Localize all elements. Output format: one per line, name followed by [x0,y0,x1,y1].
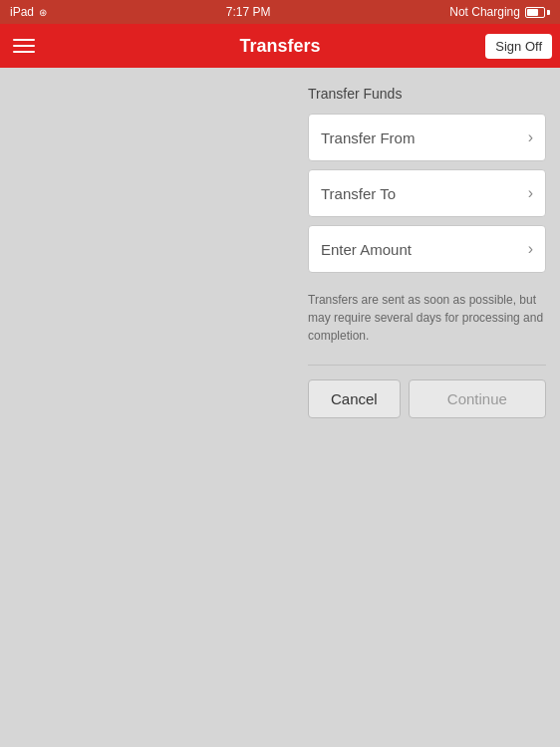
battery-body [525,7,545,18]
sidebar [0,68,294,747]
menu-line-3 [13,51,35,53]
battery-icon [525,7,550,18]
transfer-to-label: Transfer To [321,185,396,202]
cancel-button[interactable]: Cancel [308,379,401,418]
info-text: Transfers are sent as soon as possible, … [308,281,546,355]
status-bar: iPad ⊛ 7:17 PM Not Charging [0,0,560,24]
wifi-icon: ⊛ [39,7,47,18]
buttons-row: Cancel Continue [308,379,546,418]
transfer-from-label: Transfer From [321,129,415,146]
divider [308,365,546,366]
continue-button[interactable]: Continue [409,379,546,418]
content-area: Transfer Funds Transfer From › Transfer … [0,68,560,747]
enter-amount-chevron: › [528,240,533,258]
menu-line-1 [13,39,35,41]
device-label: iPad [10,5,34,19]
status-time: 7:17 PM [226,5,271,19]
enter-amount-row[interactable]: Enter Amount › [308,225,546,273]
status-right: Not Charging [449,5,550,19]
transfer-to-row[interactable]: Transfer To › [308,169,546,217]
right-panel: Transfer Funds Transfer From › Transfer … [294,68,560,747]
navbar: Transfers Sign Off [0,24,560,68]
status-left: iPad ⊛ [10,5,47,19]
page-title: Transfers [239,36,320,57]
menu-button[interactable] [8,34,40,58]
enter-amount-label: Enter Amount [321,241,412,258]
sign-off-button[interactable]: Sign Off [485,34,552,59]
section-title: Transfer Funds [308,86,546,102]
transfer-to-chevron: › [528,184,533,202]
menu-line-2 [13,45,35,47]
transfer-from-row[interactable]: Transfer From › [308,114,546,161]
transfer-from-chevron: › [528,128,533,146]
battery-tip [547,10,550,15]
charging-label: Not Charging [449,5,520,19]
battery-fill [527,9,538,16]
